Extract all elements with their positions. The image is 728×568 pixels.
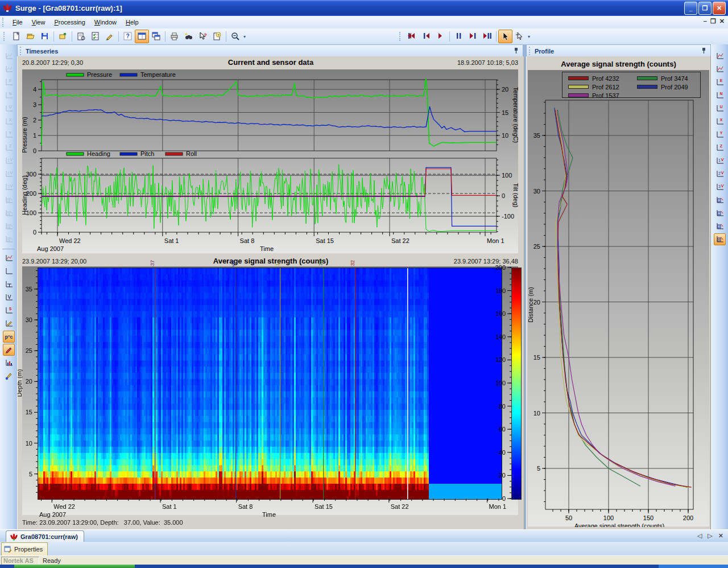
undefined[interactable]: 1 bbox=[714, 194, 726, 206]
svg-text:U: U bbox=[9, 105, 11, 109]
undefined[interactable]: 3 bbox=[3, 220, 15, 232]
undefined[interactable] bbox=[3, 357, 15, 369]
svg-text:3: 3 bbox=[718, 225, 720, 228]
undefined[interactable] bbox=[714, 50, 726, 62]
undefined[interactable] bbox=[3, 278, 15, 290]
help-panel-button[interactable]: ? bbox=[121, 30, 135, 43]
timeseries-panel-grip[interactable] bbox=[20, 47, 23, 55]
undefined[interactable]: 2 bbox=[714, 168, 726, 180]
undefined[interactable]: p°c bbox=[3, 331, 15, 343]
undefined[interactable]: 1 bbox=[3, 155, 15, 167]
context-help-button[interactable]: ? bbox=[196, 30, 210, 43]
open-button[interactable] bbox=[23, 30, 38, 43]
profile-panel-grip[interactable] bbox=[529, 47, 532, 55]
sensor-chart[interactable]: 01234101520Pressure (m)Temperature (degC… bbox=[22, 69, 518, 253]
undefined[interactable] bbox=[3, 63, 15, 75]
next-tab-button[interactable]: ▷ bbox=[708, 532, 712, 540]
mdi-restore-button[interactable]: ❐ bbox=[710, 18, 716, 25]
close-button[interactable]: ✕ bbox=[713, 2, 726, 15]
minimize-button[interactable]: _ bbox=[684, 2, 697, 15]
profile-series-prof-3474 bbox=[557, 110, 640, 486]
svg-text:-100: -100 bbox=[502, 213, 514, 220]
undefined[interactable] bbox=[3, 291, 15, 303]
find-button[interactable] bbox=[181, 30, 196, 43]
pin-icon[interactable] bbox=[513, 47, 519, 55]
undefined[interactable]: U bbox=[714, 102, 726, 114]
undefined[interactable] bbox=[3, 344, 15, 356]
undefined[interactable]: 2 bbox=[714, 207, 726, 219]
menu-window[interactable]: Window bbox=[90, 17, 121, 27]
mdi-tab-bar: Gra08701:curr(raw) ◁ ▷ ✕ bbox=[0, 529, 728, 542]
new-document-button[interactable] bbox=[9, 30, 23, 43]
mdi-close-button[interactable]: ✕ bbox=[719, 18, 725, 25]
undefined[interactable]: U bbox=[3, 102, 15, 114]
undefined[interactable]: 3 bbox=[714, 220, 726, 232]
next-profile-button[interactable] bbox=[466, 30, 480, 43]
svg-text:15: 15 bbox=[502, 109, 508, 116]
timeseries-date-right: 18.9.2007 10:18; 5,03 bbox=[457, 59, 518, 66]
undefined[interactable]: S bbox=[3, 304, 15, 316]
undefined[interactable]: 2 bbox=[3, 168, 15, 180]
undefined[interactable]: X bbox=[714, 116, 726, 127]
undefined[interactable]: 4 bbox=[714, 233, 726, 245]
zoom-out-button[interactable] bbox=[228, 30, 242, 43]
undefined[interactable] bbox=[3, 252, 15, 264]
undefined[interactable] bbox=[714, 63, 726, 75]
mdi-minimize-button[interactable]: – bbox=[704, 18, 707, 25]
undefined[interactable]: 1 bbox=[3, 194, 15, 206]
undefined[interactable]: E bbox=[714, 76, 726, 88]
select-cursor-button[interactable] bbox=[498, 30, 512, 43]
undefined[interactable] bbox=[3, 265, 15, 277]
undefined[interactable] bbox=[3, 50, 15, 62]
undefined[interactable]: 4 bbox=[3, 233, 15, 245]
tile-windows-button[interactable] bbox=[149, 30, 163, 43]
signal-strength-heatmap[interactable] bbox=[38, 267, 502, 500]
undefined[interactable]: Y bbox=[3, 129, 15, 141]
undefined[interactable]: N bbox=[3, 89, 15, 101]
menu-view[interactable]: View bbox=[27, 17, 50, 27]
undefined[interactable]: 3 bbox=[3, 181, 15, 193]
svg-text:U: U bbox=[719, 105, 722, 109]
undefined[interactable]: 2 bbox=[3, 207, 15, 219]
undefined[interactable]: Z bbox=[714, 142, 726, 154]
pause-button[interactable] bbox=[452, 30, 466, 43]
close-tab-button[interactable]: ✕ bbox=[718, 532, 723, 540]
menu-processing[interactable]: Processing bbox=[49, 17, 89, 27]
undefined[interactable]: Z bbox=[3, 142, 15, 154]
toolbar-separator bbox=[118, 31, 119, 42]
undefined[interactable]: Y bbox=[714, 129, 726, 141]
toolbar-overflow-button[interactable]: ▾ bbox=[528, 34, 530, 39]
undefined[interactable]: X bbox=[3, 116, 15, 127]
prev-profile-button[interactable] bbox=[419, 30, 433, 43]
import-data-button[interactable] bbox=[56, 30, 70, 43]
document-tab[interactable]: Gra08701:curr(raw) bbox=[6, 530, 84, 542]
properties-tab[interactable]: Properties bbox=[1, 542, 48, 555]
checklist-button[interactable] bbox=[88, 30, 102, 43]
menu-file[interactable]: File bbox=[8, 17, 27, 27]
toolbar-overflow-button[interactable]: ▾ bbox=[243, 34, 246, 39]
undefined[interactable]: E bbox=[3, 76, 15, 88]
profile-chart[interactable]: 510152025303550100150200Average signal s… bbox=[527, 70, 710, 527]
last-profile-button[interactable] bbox=[480, 30, 494, 43]
edit-pen-button[interactable] bbox=[102, 30, 117, 43]
svg-text:Sat 15: Sat 15 bbox=[316, 237, 334, 244]
menu-help[interactable]: Help bbox=[121, 17, 143, 27]
undefined[interactable] bbox=[3, 318, 15, 330]
first-profile-button[interactable] bbox=[405, 30, 419, 43]
report-button[interactable] bbox=[74, 30, 88, 43]
save-button[interactable] bbox=[38, 30, 52, 43]
pin-icon[interactable] bbox=[701, 47, 707, 55]
svg-text:0: 0 bbox=[33, 229, 36, 236]
restore-button[interactable]: ❐ bbox=[698, 2, 712, 15]
undefined[interactable]: N bbox=[714, 89, 726, 101]
play-button[interactable] bbox=[433, 30, 448, 43]
print-button[interactable] bbox=[167, 30, 181, 43]
undefined[interactable] bbox=[3, 370, 15, 382]
start-button-sliver[interactable] bbox=[14, 565, 135, 568]
show-view-button[interactable] bbox=[135, 30, 149, 43]
measure-cursor-button[interactable] bbox=[512, 30, 527, 43]
prev-tab-button[interactable]: ◁ bbox=[697, 532, 702, 540]
help-book-button[interactable]: ? bbox=[210, 30, 224, 43]
undefined[interactable]: 1 bbox=[714, 155, 726, 167]
undefined[interactable]: 3 bbox=[714, 181, 726, 193]
